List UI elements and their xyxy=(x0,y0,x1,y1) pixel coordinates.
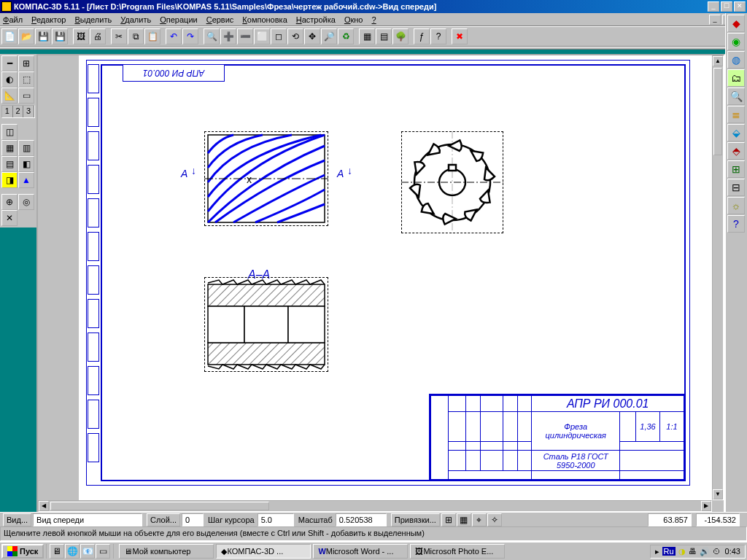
menu-editor[interactable]: Редактор xyxy=(31,15,66,24)
rtool-12[interactable]: ? xyxy=(727,215,745,233)
geom-tool[interactable]: ━ xyxy=(1,55,18,71)
menu-service[interactable]: Сервис xyxy=(206,15,234,24)
print-button[interactable]: 🖨 xyxy=(90,28,106,44)
zoom-out-button[interactable]: ➖ xyxy=(237,28,253,44)
scroll-down-button[interactable]: ▼ xyxy=(713,489,723,499)
zoom-window-button[interactable]: 🔍 xyxy=(204,28,220,44)
zoom-prev-button[interactable]: ⟲ xyxy=(287,28,303,44)
layer-field[interactable]: 0 xyxy=(182,513,204,526)
snap-tool-2[interactable]: ◎ xyxy=(18,194,34,210)
refresh-button[interactable]: ♻ xyxy=(338,28,354,44)
tab-3[interactable]: 3 xyxy=(23,106,34,117)
help-button[interactable]: ? xyxy=(430,28,446,44)
section-view[interactable] xyxy=(204,277,328,372)
snap-button[interactable]: Привязки... xyxy=(391,513,440,526)
view-field[interactable]: Вид спереди xyxy=(33,513,142,526)
task-mycomputer[interactable]: 🖥 Мой компьютер xyxy=(119,544,214,559)
menu-layout[interactable]: Компоновка xyxy=(242,15,287,24)
vertical-scrollbar[interactable]: ▲ ▼ xyxy=(712,55,724,500)
obj-tool-7[interactable]: ▲ xyxy=(18,172,34,188)
view-button[interactable]: Вид... xyxy=(3,513,31,526)
step-field[interactable]: 5.0 xyxy=(258,513,294,526)
edit-tool[interactable]: ◐ xyxy=(1,71,18,88)
start-button[interactable]: Пуск xyxy=(1,544,44,559)
redo-button[interactable]: ↷ xyxy=(182,28,198,44)
select-tool[interactable]: ▭ xyxy=(18,88,34,104)
menu-help[interactable]: ? xyxy=(372,15,376,24)
obj-tool-4[interactable]: ▤ xyxy=(1,156,18,172)
obj-tool-5[interactable]: ◧ xyxy=(18,156,34,172)
tab-2[interactable]: 2 xyxy=(13,106,24,117)
param-tool[interactable]: ⬚ xyxy=(18,71,34,88)
quicklaunch-3[interactable]: 📧 xyxy=(80,544,95,559)
rtool-9[interactable]: ⊞ xyxy=(727,160,745,178)
menu-delete[interactable]: Удалить xyxy=(120,15,151,24)
quicklaunch-1[interactable]: 🖥 xyxy=(50,544,64,559)
snap-tool-1[interactable]: ⊕ xyxy=(1,194,18,210)
menu-operations[interactable]: Операции xyxy=(160,15,197,24)
save-button[interactable]: 💾 xyxy=(35,28,51,44)
local-cs-toggle[interactable]: ⌖ xyxy=(472,513,487,526)
obj-tool-6[interactable]: ◨ xyxy=(1,172,18,188)
system-tray[interactable]: ▸ Ru ◑ 🖶 🔊 ⏲ 0:43 xyxy=(650,545,746,559)
end-view[interactable] xyxy=(401,131,503,233)
dim-tool[interactable]: ⊞ xyxy=(18,55,34,71)
ortho-toggle[interactable]: ▦ xyxy=(457,513,471,526)
rtool-6[interactable]: ≣ xyxy=(727,106,745,123)
zoom-dynamic-button[interactable]: 🔎 xyxy=(321,28,337,44)
rtool-4[interactable]: 🗂 xyxy=(727,69,745,87)
menu-setup[interactable]: Настройка xyxy=(296,15,336,24)
rtool-10[interactable]: ⊟ xyxy=(727,179,745,196)
task-kompas[interactable]: ◆ КОМПАС-3D ... xyxy=(216,544,311,559)
scroll-right-button[interactable]: ▶ xyxy=(701,501,711,511)
title-block[interactable]: АПР РИ 000.01 Фрезацилиндрическая 1,36 1… xyxy=(429,394,684,480)
rtool-8[interactable]: ⬘ xyxy=(727,142,745,160)
minimize-button[interactable]: _ xyxy=(708,1,719,12)
open-button[interactable]: 📂 xyxy=(18,28,34,44)
zoom-fit-button[interactable]: ◻ xyxy=(271,28,287,44)
saveas-button[interactable]: 💾 xyxy=(52,28,68,44)
lang-indicator[interactable]: Ru xyxy=(662,547,676,556)
tree-button[interactable]: 🌳 xyxy=(392,28,409,44)
clock[interactable]: 0:43 xyxy=(725,547,740,556)
quicklaunch-4[interactable]: ▭ xyxy=(96,544,110,559)
mdi-minimize-button[interactable]: _ xyxy=(709,15,721,25)
layers-button[interactable]: ▤ xyxy=(376,28,392,44)
maximize-button[interactable]: ☐ xyxy=(721,1,732,12)
scroll-thumb-v[interactable] xyxy=(713,68,722,155)
scale-field[interactable]: 0.520538 xyxy=(336,513,387,526)
obj-tool-1[interactable]: ◫ xyxy=(1,124,18,140)
var-button[interactable]: ƒ xyxy=(414,28,430,44)
rtool-1[interactable]: ◆ xyxy=(727,15,745,32)
stop-button[interactable]: ✖ xyxy=(452,28,468,44)
menu-file[interactable]: ФФайлайл xyxy=(3,15,23,24)
obj-tool-3[interactable]: ▥ xyxy=(18,140,34,156)
scroll-up-button[interactable]: ▲ xyxy=(713,56,723,66)
grid-toggle[interactable]: ⊞ xyxy=(441,513,456,526)
tray-icon-3[interactable]: 🖶 xyxy=(689,547,697,556)
side-view[interactable]: А ↓ А ↓ x xyxy=(204,131,328,226)
scroll-thumb-h[interactable] xyxy=(50,502,269,510)
scroll-left-button[interactable]: ◀ xyxy=(39,501,49,511)
rtool-3[interactable]: ◍ xyxy=(727,51,745,69)
layer-button[interactable]: Слой... xyxy=(147,513,180,526)
paste-button[interactable]: 📋 xyxy=(144,28,160,44)
task-word[interactable]: W Microsoft Word - ... xyxy=(313,544,408,559)
views-button[interactable]: ▦ xyxy=(359,28,375,44)
tray-icon-5[interactable]: ⏲ xyxy=(713,547,721,556)
copy-button[interactable]: ⧉ xyxy=(128,28,144,44)
task-photoeditor[interactable]: 🖼 Microsoft Photo E... xyxy=(410,544,505,559)
snap-tool-3[interactable]: ✕ xyxy=(1,210,18,226)
tray-icon-2[interactable]: ◑ xyxy=(678,547,686,556)
measure-tool[interactable]: 📐 xyxy=(1,88,18,104)
horizontal-scrollbar[interactable]: ◀ ▶ xyxy=(38,500,712,512)
rtool-5[interactable]: 🔍 xyxy=(727,88,745,105)
undo-button[interactable]: ↶ xyxy=(166,28,182,44)
preview-button[interactable]: 🖼 xyxy=(73,28,89,44)
rtool-2[interactable]: ◉ xyxy=(727,33,745,50)
quicklaunch-2[interactable]: 🌐 xyxy=(65,544,80,559)
rtool-11[interactable]: ☼ xyxy=(727,197,745,214)
drawing-canvas[interactable]: АПР РИ 000.01 xyxy=(79,55,712,500)
obj-tool-2[interactable]: ▦ xyxy=(1,140,18,156)
menu-window[interactable]: Окно xyxy=(344,15,363,24)
